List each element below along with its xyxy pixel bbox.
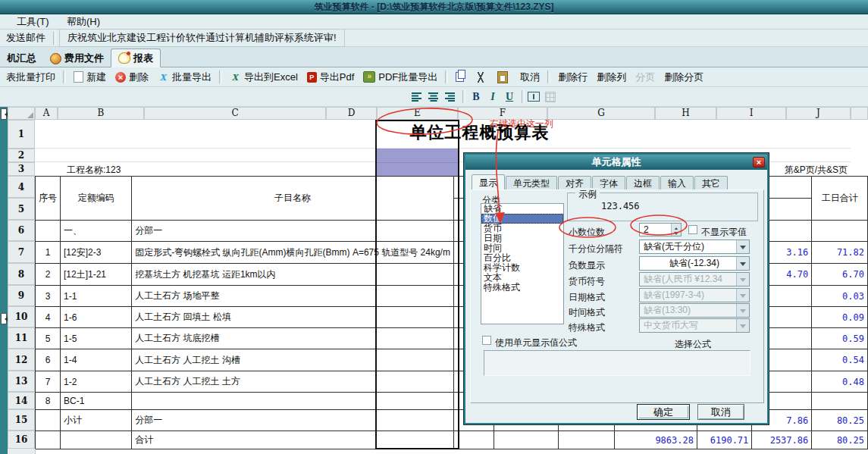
row-header[interactable]: 13 <box>8 371 35 392</box>
cell[interactable] <box>494 431 559 449</box>
use-formula-checkbox[interactable] <box>482 336 491 345</box>
underline-button[interactable]: U <box>502 89 517 105</box>
row-header[interactable]: 15 <box>8 409 35 431</box>
spinner-down-icon[interactable] <box>671 230 681 236</box>
hide-zero-checkbox[interactable] <box>688 225 697 234</box>
cell[interactable]: 6.70 <box>812 264 868 286</box>
negative-display-select[interactable]: 缺省(-12.34) <box>639 256 750 271</box>
category-item[interactable]: 特殊格式 <box>481 283 563 293</box>
row-header[interactable]: 16 <box>8 431 35 449</box>
cell[interactable]: 71.82 <box>812 242 868 264</box>
row-header[interactable]: 9 <box>8 285 35 306</box>
thousand-separator-select[interactable]: 缺省(无千分位) <box>639 240 750 254</box>
header-no[interactable]: 序号 <box>36 177 61 221</box>
cell[interactable] <box>36 431 61 449</box>
row-header[interactable]: 12 <box>8 349 35 371</box>
cell[interactable]: 合计 <box>132 431 454 449</box>
export-excel-button[interactable]: 导出到Excel <box>225 69 302 86</box>
align-left-button[interactable] <box>409 89 425 105</box>
dialog-titlebar[interactable]: 单元格属性 <box>465 155 767 170</box>
cell[interactable]: 8 <box>36 393 61 410</box>
italic-button[interactable]: I <box>485 89 500 105</box>
cell[interactable]: 1-4 <box>61 349 132 371</box>
chevron-down-icon[interactable] <box>736 257 749 270</box>
cancel-action-button[interactable]: 取消 <box>515 69 544 86</box>
copy-button[interactable] <box>451 70 472 83</box>
cell[interactable]: 2 <box>36 264 61 286</box>
column-header[interactable]: D <box>326 107 377 120</box>
cell[interactable]: 80.25 <box>812 410 868 431</box>
cell[interactable]: 1-6 <box>61 307 132 328</box>
align-center-button[interactable] <box>426 89 441 105</box>
column-header[interactable]: F <box>458 107 547 120</box>
dialog-tab-6[interactable]: 其它 <box>694 176 728 191</box>
cell[interactable] <box>453 431 494 449</box>
pdf-batch-export-button[interactable]: PDF批量导出 <box>359 69 442 86</box>
column-header[interactable]: J <box>786 107 851 120</box>
decimal-places-spinner[interactable]: 2 <box>639 223 682 236</box>
cell[interactable]: 1-2 <box>61 371 132 393</box>
dialog-tab-0[interactable]: 显示 <box>472 174 505 191</box>
send-mail-button[interactable]: 发送邮件 <box>2 30 50 46</box>
cell[interactable] <box>36 410 61 431</box>
cell[interactable]: 人工土石方 人工挖土 土方 <box>132 371 454 393</box>
column-header[interactable]: H <box>655 107 716 120</box>
row-header[interactable]: 4 <box>8 176 35 198</box>
new-button[interactable]: 新建 <box>69 69 111 86</box>
page-info[interactable]: 第&P页/共&S页 <box>773 164 848 177</box>
select-all-corner[interactable] <box>8 107 35 120</box>
cell[interactable]: 1-5 <box>61 328 132 349</box>
row-header[interactable]: 10 <box>8 306 35 327</box>
chevron-down-icon[interactable] <box>736 240 749 253</box>
header-labor-total[interactable]: 工日合计 <box>812 177 868 221</box>
dialog-tab-1[interactable]: 单元类型 <box>506 176 557 191</box>
batch-export-button[interactable]: 批量导出 <box>153 69 216 86</box>
row-header[interactable]: 2 <box>8 149 35 162</box>
ok-button[interactable]: 确定 <box>637 404 690 420</box>
cell[interactable] <box>36 221 61 242</box>
row-header[interactable]: 8 <box>8 263 35 285</box>
align-right-button[interactable] <box>443 89 458 105</box>
cancel-button[interactable]: 取消 <box>697 404 744 420</box>
dialog-tab-4[interactable]: 边框 <box>626 176 660 191</box>
column-header[interactable]: G <box>547 107 655 120</box>
cell[interactable]: 80.25 <box>812 431 868 449</box>
cell[interactable]: 分部一 <box>132 410 454 431</box>
project-name[interactable]: 工程名称:123 <box>67 164 121 177</box>
row-header[interactable]: 11 <box>8 327 35 349</box>
row-header[interactable]: 3 <box>8 162 35 176</box>
cell[interactable]: 0.48 <box>812 371 868 393</box>
merge-cells-button[interactable] <box>528 89 543 105</box>
tab-summary[interactable]: 机汇总 <box>0 50 43 67</box>
row-header[interactable]: 7 <box>8 241 35 263</box>
announcement-banner[interactable]: 庆祝筑业北京建设工程计价软件通过计算机辅助评标系统评审! <box>59 29 345 47</box>
tab-fee-file[interactable]: 费用文件 <box>43 50 111 67</box>
cell[interactable]: 固定形式-弯钩螺栓式 纵向孔距(Amm)横向孔距(Bmm) A=675 轨道型号… <box>132 242 454 264</box>
column-header[interactable]: C <box>144 107 326 120</box>
delete-column-button[interactable]: 删除列 <box>592 69 631 86</box>
cell[interactable]: 挖基坑土方 机挖基坑 运距1km以内 <box>132 264 454 286</box>
column-header[interactable]: A <box>35 107 58 120</box>
delete-button[interactable]: 删除 <box>111 69 153 86</box>
cell[interactable]: 人工土石方 场地平整 <box>132 286 454 307</box>
paste-button[interactable] <box>493 70 515 85</box>
tab-report[interactable]: 报表 <box>111 49 161 67</box>
panel-collapse-button[interactable] <box>1 108 7 120</box>
cell[interactable]: 人工土石方 坑底挖槽 <box>132 328 454 349</box>
delete-row-button[interactable]: 删除行 <box>553 69 592 86</box>
delete-page-break-button[interactable]: 删除分页 <box>660 69 708 86</box>
cell[interactable]: [12土]1-21 <box>61 264 132 286</box>
cell[interactable]: 6190.71 <box>697 431 751 449</box>
cell[interactable]: 人工土石方 回填土 松填 <box>132 307 454 328</box>
cell[interactable]: 1 <box>36 242 61 264</box>
cut-button[interactable] <box>472 70 493 84</box>
cell[interactable]: BC-1 <box>61 393 132 410</box>
cell[interactable]: 1-1 <box>61 286 132 307</box>
cell[interactable] <box>812 221 868 242</box>
column-header[interactable]: B <box>58 107 144 120</box>
cell[interactable] <box>559 431 615 449</box>
batch-print-button[interactable]: 表批量打印 <box>2 69 60 86</box>
column-header[interactable] <box>851 107 868 120</box>
cell[interactable]: 0.54 <box>812 349 868 371</box>
row-header[interactable]: 14 <box>8 392 35 409</box>
